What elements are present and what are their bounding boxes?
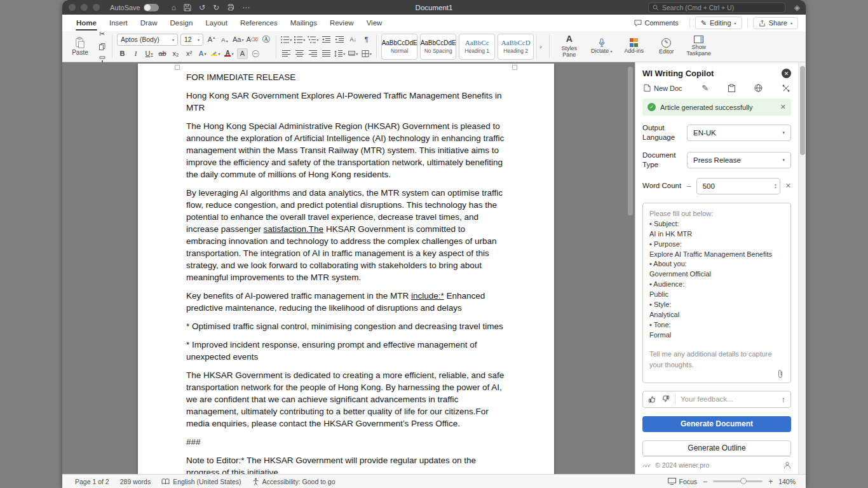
generate-outline-button[interactable]: Generate Outline: [642, 440, 791, 456]
accessibility-status[interactable]: Accessibility: Good to go: [252, 478, 336, 485]
autosave-toggle[interactable]: [144, 4, 159, 11]
clear-formatting-icon[interactable]: A⌫: [246, 34, 258, 45]
tab-insert[interactable]: Insert: [103, 15, 134, 31]
feedback-input[interactable]: [681, 395, 776, 403]
focus-mode-button[interactable]: Focus: [668, 478, 698, 485]
line-spacing-icon[interactable]: ▾: [334, 48, 345, 59]
minimize-window-button[interactable]: [81, 4, 88, 11]
bold-icon[interactable]: B: [117, 48, 128, 59]
generate-document-button[interactable]: Generate Document: [642, 416, 791, 432]
add-ins-button[interactable]: Add-ins: [619, 38, 649, 54]
tab-layout[interactable]: Layout: [199, 15, 234, 31]
autosave-control[interactable]: AutoSave: [110, 4, 159, 11]
subscript-icon[interactable]: x₂: [170, 48, 181, 59]
share-button[interactable]: Share ▾: [753, 17, 798, 29]
print-icon[interactable]: [227, 4, 234, 11]
editor-button[interactable]: ✎ Editor: [651, 38, 681, 55]
undo-icon[interactable]: ↺: [199, 3, 205, 12]
attach-file-icon[interactable]: [776, 369, 784, 379]
word-count-indicator[interactable]: 289 words: [120, 478, 151, 485]
thumbs-down-icon[interactable]: [661, 395, 670, 403]
borders-icon[interactable]: ▾: [361, 48, 372, 59]
tab-mailings[interactable]: Mailings: [284, 15, 323, 31]
comments-button[interactable]: Comments: [628, 17, 684, 29]
show-taskpane-button[interactable]: Show Taskpane: [684, 36, 714, 57]
dictate-button[interactable]: Dictate ▾: [587, 38, 616, 55]
strikethrough-icon[interactable]: ab: [157, 48, 168, 59]
document-page[interactable]: FOR IMMEDIATE RELEASE Hong Kong SAR Gove…: [138, 64, 554, 474]
align-center-icon[interactable]: [294, 48, 305, 59]
editing-mode-button[interactable]: ✎ Editing ▾: [695, 17, 742, 29]
justify-icon[interactable]: [321, 48, 332, 59]
fullscreen-window-button[interactable]: [93, 4, 100, 11]
titlebar-search[interactable]: Search (Cmd + Ctrl + U): [648, 3, 785, 13]
copy-icon[interactable]: [97, 41, 107, 52]
style-no-spacing[interactable]: AaBbCcDdE No Spacing: [420, 34, 456, 60]
panel-scrollbar[interactable]: [798, 62, 806, 474]
page-indicator[interactable]: Page 1 of 2: [75, 478, 109, 485]
rewrite-icon[interactable]: ✎: [702, 83, 709, 93]
new-doc-button[interactable]: New Doc: [644, 84, 682, 92]
align-right-icon[interactable]: [308, 48, 318, 59]
tools-icon[interactable]: [782, 85, 790, 92]
grow-font-icon[interactable]: A▴: [206, 34, 217, 45]
clipboard-icon[interactable]: [728, 84, 735, 92]
circle-character-icon[interactable]: ㊀: [250, 48, 261, 59]
tab-review[interactable]: Review: [323, 15, 360, 31]
multilevel-list-icon[interactable]: ▾: [308, 34, 318, 45]
home-icon[interactable]: ⌂: [172, 3, 176, 12]
text-effects-icon[interactable]: A▾: [197, 48, 208, 59]
more-commands-icon[interactable]: ⋯: [242, 3, 250, 12]
tab-references[interactable]: References: [234, 15, 284, 31]
tab-draw[interactable]: Draw: [134, 15, 164, 31]
numbered-list-icon[interactable]: ▾: [294, 34, 305, 45]
shading-icon[interactable]: ▾: [348, 48, 358, 59]
account-icon[interactable]: [783, 461, 791, 469]
zoom-out-button[interactable]: −: [703, 477, 707, 486]
show-formatting-marks-icon[interactable]: ¶: [361, 34, 372, 45]
zoom-in-button[interactable]: +: [768, 477, 773, 486]
sort-icon[interactable]: A↓: [348, 34, 358, 45]
font-name-combo[interactable]: Aptos (Body)▾: [117, 34, 178, 46]
zoom-slider-thumb[interactable]: [740, 478, 747, 484]
word-count-decrease-button[interactable]: –: [687, 182, 691, 191]
toast-close-icon[interactable]: ✕: [780, 103, 786, 111]
panel-scrollbar-thumb[interactable]: [800, 66, 805, 155]
document-canvas[interactable]: FOR IMMEDIATE RELEASE Hong Kong SAR Gove…: [62, 62, 635, 474]
superscript-icon[interactable]: x²: [184, 48, 194, 59]
proofing-status[interactable]: English (United States): [161, 478, 241, 485]
increase-indent-icon[interactable]: [334, 34, 345, 45]
style-normal[interactable]: AaBbCcDdE Normal: [381, 34, 417, 60]
styles-pane-button[interactable]: A Styles Pane: [554, 34, 584, 58]
style-heading-2[interactable]: AaBbCcD Heading 2: [498, 34, 534, 60]
underline-icon[interactable]: U▾: [144, 48, 154, 59]
font-color-icon[interactable]: A▾: [224, 48, 234, 59]
enclose-characters-icon[interactable]: Ⓐ: [261, 34, 271, 45]
tab-design[interactable]: Design: [164, 15, 200, 31]
italic-icon[interactable]: I: [130, 48, 141, 59]
output-language-select[interactable]: EN-UK ▾: [687, 125, 791, 141]
translate-icon[interactable]: [754, 84, 763, 92]
change-case-icon[interactable]: Aa▾: [233, 34, 243, 45]
prompt-textarea[interactable]: Please fill out below: • Subject: AI in …: [642, 203, 791, 383]
align-left-icon[interactable]: [281, 48, 292, 59]
document-type-select[interactable]: Press Release ▾: [687, 152, 791, 168]
zoom-level[interactable]: 140%: [778, 478, 796, 485]
highlight-color-icon[interactable]: ▾: [210, 48, 221, 59]
decrease-indent-icon[interactable]: [321, 34, 332, 45]
styles-gallery-more-button[interactable]: ›: [536, 34, 545, 60]
paste-button[interactable]: Paste: [67, 37, 93, 56]
shrink-font-icon[interactable]: A▾: [219, 34, 230, 45]
word-count-stepper[interactable]: ▴▾: [775, 183, 776, 189]
tab-view[interactable]: View: [360, 15, 389, 31]
tab-home[interactable]: Home: [70, 15, 103, 31]
close-window-button[interactable]: [69, 4, 76, 11]
bullet-list-icon[interactable]: ▾: [281, 34, 292, 45]
word-count-input[interactable]: [703, 182, 775, 190]
document-scrollbar-thumb[interactable]: [628, 67, 633, 215]
character-shading-icon[interactable]: A: [237, 48, 248, 59]
font-size-combo[interactable]: 12▾: [180, 34, 203, 46]
redo-icon[interactable]: ↻: [213, 3, 219, 12]
word-count-clear-button[interactable]: ✕: [785, 182, 791, 190]
save-icon[interactable]: [184, 4, 191, 11]
